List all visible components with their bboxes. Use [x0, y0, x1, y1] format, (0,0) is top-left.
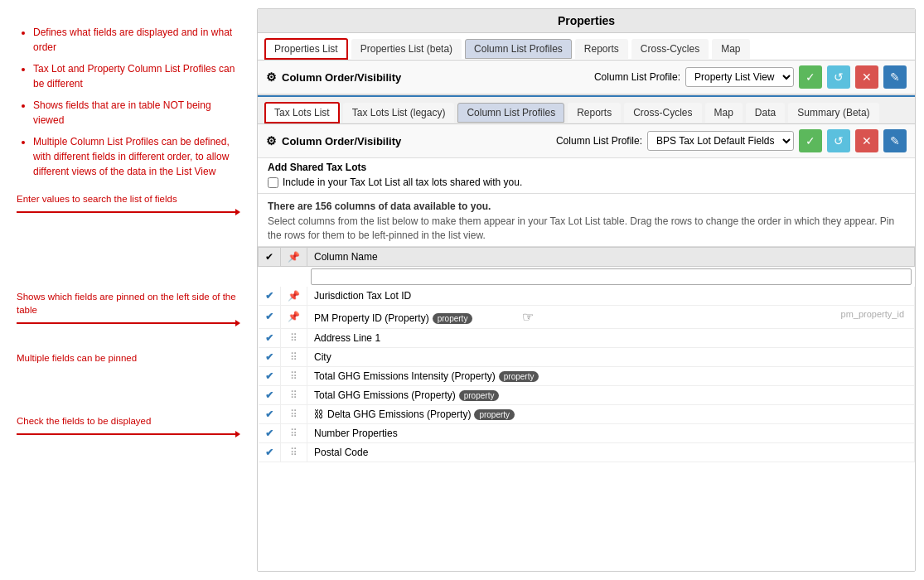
taxlots-tab-bar: Tax Lots List Tax Lots List (legacy) Col… — [258, 95, 915, 124]
row-check-cell[interactable]: ✔ — [259, 404, 281, 423]
taxlots-col-order-right: Column List Profile: BPS Tax Lot Default… — [556, 129, 907, 152]
tab-tax-lots-list[interactable]: Tax Lots List — [264, 102, 340, 123]
bullet-item: Defines what fields are displayed and in… — [33, 25, 240, 55]
properties-col-order-right: Column List Profile: Property List View … — [594, 65, 907, 89]
table-row[interactable]: ✔⠿Total GHG Emissions (Property)property — [259, 385, 915, 404]
bullet-item: Shows fields that are in table NOT being… — [33, 98, 240, 128]
row-pin-cell[interactable]: ⠿ — [281, 404, 307, 423]
multi-pin-ann-text: Multiple fields can be pinned — [17, 351, 240, 365]
tab-col-list-profiles[interactable]: Column List Profiles — [457, 103, 564, 123]
properties-header: Properties — [258, 9, 915, 33]
row-check-cell[interactable]: ✔ — [259, 442, 281, 462]
tab-properties-list-beta[interactable]: Properties List (beta) — [351, 39, 462, 59]
column-search-input[interactable] — [311, 268, 912, 285]
properties-tab-bar: Properties List Properties List (beta) C… — [258, 33, 915, 60]
tab-cross-cycles-tl[interactable]: Cross-Cycles — [624, 103, 701, 123]
gear-icon-taxlots: ⚙ — [266, 134, 277, 147]
tab-map[interactable]: Map — [712, 39, 749, 59]
properties-delete-btn[interactable]: ✕ — [855, 65, 878, 89]
row-check-cell[interactable]: ✔ — [259, 347, 281, 366]
properties-section: Properties Properties List Properties Li… — [258, 9, 915, 95]
table-row[interactable]: ✔⠿Postal Code — [259, 442, 915, 462]
row-name-cell: Total GHG Emissions (Property)property — [307, 385, 915, 404]
col-name-text: Address Line 1 — [314, 332, 380, 344]
columns-table-container[interactable]: ✔ 📌 Column Name ✔📌Juri — [258, 246, 915, 571]
tab-data-tl[interactable]: Data — [746, 103, 785, 123]
properties-profile-label: Column List Profile: — [594, 71, 680, 83]
table-row[interactable]: ✔⠿Number Properties — [259, 423, 915, 442]
shared-taxlots-checkbox-label[interactable]: Include in your Tax Lot List all tax lot… — [268, 176, 905, 188]
drag-handle[interactable]: ⠿ — [290, 389, 298, 401]
drag-handle[interactable]: ⠿ — [290, 351, 298, 363]
drag-handle[interactable]: ⠿ — [290, 370, 298, 382]
row-name-cell: PM Property ID (Property)property☞pm_pro… — [307, 305, 915, 328]
row-check-cell[interactable]: ✔ — [259, 305, 281, 328]
taxlots-col-order-title: ⚙ Column Order/Visibility — [266, 134, 401, 147]
check-icon: ✔ — [265, 311, 273, 322]
taxlots-profile-select[interactable]: BPS Tax Lot Default Fields — [647, 131, 794, 151]
tab-cross-cycles[interactable]: Cross-Cycles — [631, 39, 709, 59]
drag-handle[interactable]: ⠿ — [290, 447, 298, 458]
check-col-header: ✔ — [259, 247, 281, 266]
row-pin-cell[interactable]: ⠿ — [281, 347, 307, 366]
property-badge: property — [433, 313, 473, 324]
table-row[interactable]: ✔⠿⛓Delta GHG Emissions (Property)propert… — [259, 404, 915, 423]
table-row[interactable]: ✔📌PM Property ID (Property)property☞pm_p… — [259, 305, 915, 328]
tab-reports[interactable]: Reports — [575, 39, 628, 59]
tab-properties-list[interactable]: Properties List — [264, 38, 348, 60]
table-header-row: ✔ 📌 Column Name — [259, 247, 915, 266]
gear-icon-properties: ⚙ — [266, 70, 277, 84]
row-name-cell: Number Properties — [307, 423, 915, 442]
row-check-cell[interactable]: ✔ — [259, 328, 281, 347]
col-name-text: Total GHG Emissions (Property) — [314, 389, 456, 401]
pinned-annotation: Shows which fields are pinned on the lef… — [17, 290, 240, 326]
properties-refresh-btn[interactable]: ↺ — [827, 65, 850, 89]
col-name-text: Jurisdiction Tax Lot ID — [314, 290, 411, 302]
row-name-cell: Address Line 1 — [307, 328, 915, 347]
row-pin-cell[interactable]: ⠿ — [281, 423, 307, 442]
property-badge: property — [459, 390, 500, 401]
row-pin-cell[interactable]: ⠿ — [281, 328, 307, 347]
tab-summary-tl[interactable]: Summary (Beta) — [788, 103, 878, 123]
row-pin-cell[interactable]: ⠿ — [281, 385, 307, 404]
row-pin-cell[interactable]: ⠿ — [281, 366, 307, 385]
taxlots-save-btn[interactable]: ✓ — [799, 129, 822, 152]
pinned-ann-arrow — [17, 320, 240, 326]
table-row[interactable]: ✔⠿Address Line 1 — [259, 328, 915, 347]
row-check-cell[interactable]: ✔ — [259, 366, 281, 385]
check-ann-arrow — [17, 431, 240, 437]
drag-handle[interactable]: ⠿ — [290, 428, 298, 439]
properties-save-btn[interactable]: ✓ — [799, 65, 822, 89]
shared-taxlots-checkbox[interactable] — [268, 177, 278, 188]
tab-column-list-profiles[interactable]: Column List Profiles — [465, 39, 572, 59]
check-icon: ✔ — [265, 370, 273, 382]
tab-map-tl[interactable]: Map — [705, 103, 743, 123]
col-name-header: Column Name — [307, 247, 915, 266]
properties-profile-select[interactable]: Property List View — [685, 67, 794, 87]
check-ann-text: Check the fields to be displayed — [17, 414, 240, 428]
row-pin-cell[interactable]: 📌 — [281, 305, 307, 328]
properties-edit-btn[interactable]: ✎ — [883, 65, 907, 89]
tab-reports-tl[interactable]: Reports — [568, 103, 621, 123]
drag-handle[interactable]: ⠿ — [290, 332, 298, 344]
table-row[interactable]: ✔📌Jurisdiction Tax Lot ID — [259, 287, 915, 306]
bullet-item: Multiple Column List Profiles can be def… — [33, 134, 240, 179]
table-row[interactable]: ✔⠿City — [259, 347, 915, 366]
drag-handle[interactable]: ⠿ — [290, 408, 298, 420]
col-name-text: Total GHG Emissions Intensity (Property) — [314, 370, 496, 382]
row-pin-cell[interactable]: 📌 — [281, 287, 307, 306]
tab-tax-lots-legacy[interactable]: Tax Lots List (legacy) — [343, 103, 455, 123]
row-check-cell[interactable]: ✔ — [259, 423, 281, 442]
taxlots-delete-btn[interactable]: ✕ — [855, 129, 878, 152]
table-row[interactable]: ✔⠿Total GHG Emissions Intensity (Propert… — [259, 366, 915, 385]
row-check-cell[interactable]: ✔ — [259, 287, 281, 306]
taxlots-edit-btn[interactable]: ✎ — [883, 129, 907, 152]
row-pin-cell[interactable]: ⠿ — [281, 442, 307, 462]
search-check-spacer — [259, 266, 281, 287]
row-name-cell: Postal Code — [307, 442, 915, 462]
annotation-panel: Defines what fields are displayed and in… — [0, 0, 257, 580]
taxlots-refresh-btn[interactable]: ↺ — [827, 129, 850, 152]
row-check-cell[interactable]: ✔ — [259, 385, 281, 404]
link-icon: ⛓ — [314, 408, 324, 420]
row-name-cell: Total GHG Emissions Intensity (Property)… — [307, 366, 915, 385]
